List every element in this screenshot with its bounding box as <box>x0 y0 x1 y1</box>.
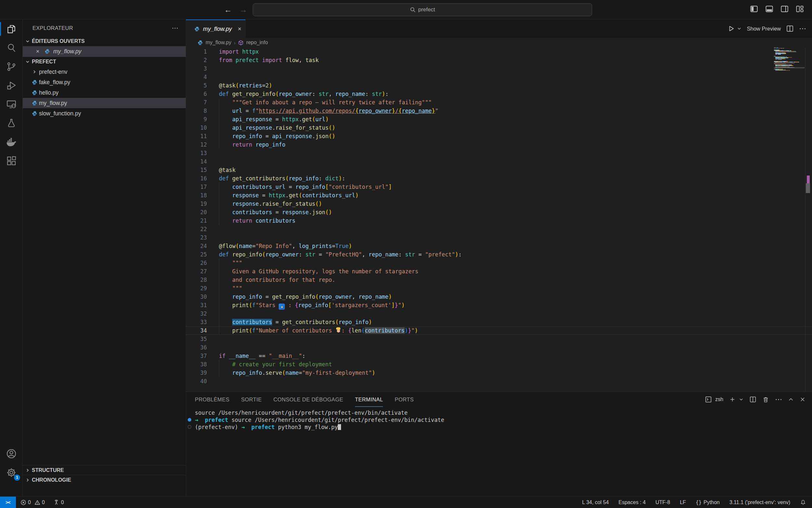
line-number[interactable]: 33 <box>186 318 207 326</box>
breadcrumb-file[interactable]: my_flow.py <box>205 40 231 45</box>
problems-status[interactable]: 0 0 <box>20 500 45 505</box>
code-line-16[interactable]: 16def get_contributors(repo_info: dict): <box>186 174 812 183</box>
code-line-36[interactable]: 36 <box>186 343 812 352</box>
breadcrumb-symbol[interactable]: repo_info <box>246 40 268 45</box>
line-number[interactable]: 1 <box>186 47 207 56</box>
panel-tab-terminal[interactable]: TERMINAL <box>355 392 383 407</box>
code-line-29[interactable]: 29 """ <box>186 284 812 293</box>
panel-tab-console-de-d-bogage[interactable]: CONSOLE DE DÉBOGAGE <box>274 392 343 407</box>
customize-layout-icon[interactable] <box>796 5 804 13</box>
line-number[interactable]: 8 <box>186 107 207 115</box>
code-line-35[interactable]: 35 <box>186 335 812 343</box>
code-line-18[interactable]: 18 response = httpx.get(contributors_url… <box>186 191 812 200</box>
close-panel-icon[interactable] <box>800 396 806 403</box>
line-number[interactable]: 4 <box>186 73 207 81</box>
notifications-bell-icon[interactable] <box>800 499 806 505</box>
breadcrumb[interactable]: my_flow.py › repo_info <box>186 38 812 47</box>
kill-terminal-trash-icon[interactable] <box>762 396 769 403</box>
remote-indicator[interactable]: >< <box>0 497 16 508</box>
code-line-28[interactable]: 28 and contributors for that repo. <box>186 276 812 284</box>
line-number[interactable]: 34 <box>186 326 207 335</box>
nav-back-icon[interactable]: ← <box>223 5 233 15</box>
section-open-editors[interactable]: ÉDITEURS OUVERTS <box>23 36 186 46</box>
line-number[interactable]: 18 <box>186 191 207 200</box>
open-editor-item[interactable]: × my_flow.py <box>23 46 186 57</box>
code-line-25[interactable]: 25def repo_info(repo_owner: str = "Prefe… <box>186 250 812 259</box>
nav-forward-icon[interactable]: → <box>238 5 248 15</box>
section-project[interactable]: PREFECT <box>23 57 186 67</box>
line-number[interactable]: 11 <box>186 132 207 140</box>
command-center-search[interactable]: prefect <box>253 3 592 16</box>
sidebar-item-testing[interactable] <box>0 114 23 133</box>
code-line-4[interactable]: 4 <box>186 73 812 81</box>
tree-item-fake-flow-py[interactable]: fake_flow.py <box>23 77 186 87</box>
sidebar-item-remote-explorer[interactable] <box>0 95 23 114</box>
line-number[interactable]: 36 <box>186 343 207 352</box>
code-line-12[interactable]: 12 return repo_info <box>186 140 812 149</box>
close-icon[interactable]: × <box>238 25 241 33</box>
code-line-20[interactable]: 20 contributors = response.json() <box>186 208 812 216</box>
code-line-30[interactable]: 30 repo_info = get_repo_info(repo_owner,… <box>186 293 812 301</box>
line-number[interactable]: 40 <box>186 377 207 385</box>
code-line-17[interactable]: 17 contributors_url = repo_info["contrib… <box>186 183 812 191</box>
indentation-setting[interactable]: Espaces : 4 <box>618 500 646 505</box>
line-number[interactable]: 38 <box>186 360 207 369</box>
code-line-9[interactable]: 9 api_response = httpx.get(url) <box>186 115 812 124</box>
code-area[interactable]: 1import httpx2from prefect import flow, … <box>186 47 812 392</box>
line-number[interactable]: 2 <box>186 56 207 65</box>
code-line-34[interactable]: 34 print(f"Number of contributors : {len… <box>186 326 812 335</box>
code-line-32[interactable]: 32 <box>186 309 812 318</box>
code-line-8[interactable]: 8 url = f"https://api.github.com/repos/{… <box>186 107 812 115</box>
tree-item-hello-py[interactable]: hello.py <box>23 87 186 98</box>
code-line-3[interactable]: 3 <box>186 65 812 73</box>
line-number[interactable]: 10 <box>186 124 207 132</box>
line-number[interactable]: 24 <box>186 242 207 250</box>
run-python-file-icon[interactable] <box>727 25 735 33</box>
tree-item-slow-function-py[interactable]: slow_function.py <box>23 108 186 119</box>
code-line-37[interactable]: 37if __name__ == "__main__": <box>186 352 812 360</box>
code-line-7[interactable]: 7 """Get info about a repo – will retry … <box>186 98 812 107</box>
line-number[interactable]: 9 <box>186 115 207 124</box>
line-number[interactable]: 39 <box>186 369 207 377</box>
split-editor-icon[interactable] <box>786 25 794 33</box>
code-line-38[interactable]: 38 # create your first deployment <box>186 360 812 369</box>
toggle-secondary-sidebar-icon[interactable] <box>780 5 789 13</box>
section-timeline[interactable]: CHRONOLOGIE <box>23 475 186 484</box>
toggle-panel-icon[interactable] <box>765 5 774 13</box>
code-line-27[interactable]: 27 Given a GitHub repository, logs the n… <box>186 267 812 276</box>
code-line-1[interactable]: 1import httpx <box>186 47 812 56</box>
code-line-2[interactable]: 2from prefect import flow, task <box>186 56 812 65</box>
line-number[interactable]: 6 <box>186 90 207 98</box>
toggle-primary-sidebar-icon[interactable] <box>750 5 758 13</box>
code-line-23[interactable]: 23 <box>186 234 812 242</box>
code-line-26[interactable]: 26 """ <box>186 259 812 267</box>
account-button[interactable] <box>0 444 23 463</box>
code-line-21[interactable]: 21 return contributors <box>186 216 812 225</box>
code-line-14[interactable]: 14 <box>186 157 812 166</box>
line-number[interactable]: 30 <box>186 293 207 301</box>
terminal-dropdown-chevron-icon[interactable] <box>739 397 744 402</box>
sidebar-item-explorer[interactable] <box>0 19 23 38</box>
code-line-13[interactable]: 13 <box>186 149 812 157</box>
line-number[interactable]: 3 <box>186 65 207 73</box>
maximize-panel-icon[interactable] <box>788 396 794 403</box>
line-number[interactable]: 35 <box>186 335 207 343</box>
line-number[interactable]: 19 <box>186 200 207 208</box>
line-number[interactable]: 22 <box>186 225 207 234</box>
new-terminal-icon[interactable] <box>729 396 736 403</box>
code-line-22[interactable]: 22 <box>186 225 812 234</box>
code-line-15[interactable]: 15@task <box>186 166 812 174</box>
tree-item-my-flow-py[interactable]: my_flow.py <box>23 98 186 108</box>
show-preview-button[interactable]: Show Preview <box>747 26 781 32</box>
sidebar-item-docker[interactable] <box>0 133 23 152</box>
code-line-19[interactable]: 19 response.raise_for_status() <box>186 200 812 208</box>
code-line-11[interactable]: 11 repo_info = api_response.json() <box>186 132 812 140</box>
code-line-5[interactable]: 5@task(retries=2) <box>186 81 812 90</box>
line-number[interactable]: 5 <box>186 81 207 90</box>
run-dropdown-chevron-icon[interactable] <box>737 26 742 31</box>
line-number[interactable]: 26 <box>186 259 207 267</box>
line-number[interactable]: 25 <box>186 250 207 259</box>
line-number[interactable]: 32 <box>186 309 207 318</box>
line-number[interactable]: 15 <box>186 166 207 174</box>
line-number[interactable]: 29 <box>186 284 207 293</box>
